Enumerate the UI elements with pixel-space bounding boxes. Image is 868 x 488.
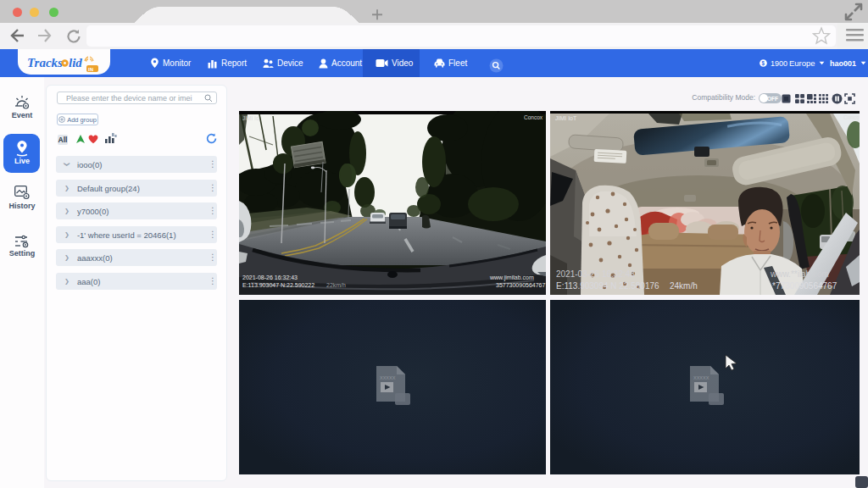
svg-text:Conco: Conco — [843, 114, 860, 120]
svg-text:IN: IN — [88, 67, 93, 72]
svg-text:lid: lid — [69, 56, 82, 69]
svg-text:22km/h: 22km/h — [326, 282, 346, 288]
svg-text:2021-03-26 16:32:43: 2021-03-26 16:32:43 — [556, 269, 635, 279]
svg-text:www.**ilab.com: www.**ilab.com — [770, 269, 829, 279]
svg-text:E:113.903047 N:22.590222: E:113.903047 N:22.590222 — [242, 282, 314, 288]
svg-text:2021-08-26 16:32:43: 2021-08-26 16:32:43 — [242, 274, 298, 280]
svg-text:E:113.903094 N 22.580176: E:113.903094 N 22.580176 — [556, 281, 659, 291]
svg-text:JIMI Io: JIMI Io — [242, 115, 259, 121]
svg-text:Tracks: Tracks — [27, 56, 63, 69]
svg-text:$: $ — [762, 60, 765, 67]
svg-text:24km/h: 24km/h — [670, 281, 698, 291]
svg-text:JIMI IoT: JIMI IoT — [555, 115, 577, 121]
svg-text:357730090564767: 357730090564767 — [496, 282, 546, 288]
svg-text:XXXXX: XXXXX — [693, 375, 709, 380]
svg-text:Concox: Concox — [524, 114, 543, 120]
svg-text:XXXXX: XXXXX — [380, 375, 396, 380]
svg-text:www.jimilab.com: www.jimilab.com — [489, 274, 534, 281]
svg-text:*7730090564767: *7730090564767 — [772, 281, 837, 291]
